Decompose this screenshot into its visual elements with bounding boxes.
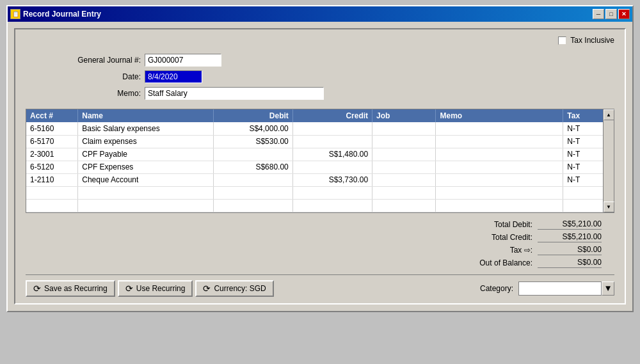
title-bar: 📋 Record Journal Entry ─ □ ✕ bbox=[8, 6, 632, 22]
cell-memo bbox=[436, 173, 563, 186]
category-dropdown-button[interactable]: ▼ bbox=[602, 281, 614, 296]
cell-credit: S$1,480.00 bbox=[292, 148, 372, 161]
cell-debit bbox=[213, 148, 292, 161]
scroll-track bbox=[604, 120, 614, 202]
tax-total-label: Tax ⇨: bbox=[449, 246, 532, 255]
date-row: Date: bbox=[64, 70, 614, 83]
general-journal-input[interactable] bbox=[145, 54, 221, 67]
scroll-up-button[interactable]: ▲ bbox=[604, 109, 614, 120]
memo-input[interactable] bbox=[145, 87, 324, 100]
header-credit: Credit bbox=[292, 109, 372, 122]
cell-name: CPF Expenses bbox=[78, 161, 213, 173]
tax-inclusive-text: Tax Inclusive bbox=[570, 36, 614, 45]
cell-job bbox=[372, 135, 436, 148]
cell-name: Basic Salary expenses bbox=[78, 122, 213, 135]
cell-job bbox=[372, 148, 436, 161]
window-content: Tax Inclusive General Journal #: Date: M… bbox=[8, 22, 632, 311]
total-credit-row: Total Credit: S$5,210.00 bbox=[449, 232, 602, 242]
title-bar-left: 📋 Record Journal Entry bbox=[10, 9, 101, 19]
cell-memo bbox=[436, 135, 563, 148]
totals-section: Total Debit: S$5,210.00 Total Credit: S$… bbox=[26, 219, 614, 268]
cell-job bbox=[372, 161, 436, 173]
use-recurring-icon: ⟳ bbox=[125, 283, 133, 294]
category-input[interactable] bbox=[518, 281, 602, 296]
currency-label: Currency: SGD bbox=[214, 284, 266, 293]
table-main: Acct # Name Debit Credit Job Memo Tax bbox=[26, 109, 603, 212]
total-debit-label: Total Debit: bbox=[449, 220, 532, 229]
header-name: Name bbox=[78, 109, 213, 122]
journal-table-section: Acct # Name Debit Credit Job Memo Tax bbox=[26, 109, 614, 213]
cell-job bbox=[372, 122, 436, 135]
cell-name: Claim expenses bbox=[78, 135, 213, 148]
main-window: 📋 Record Journal Entry ─ □ ✕ Tax Inclusi… bbox=[6, 5, 634, 312]
tax-inclusive-label[interactable]: Tax Inclusive bbox=[558, 36, 614, 45]
table-row[interactable]: 2-3001 CPF Payable S$1,480.00 N-T bbox=[26, 148, 603, 161]
total-credit-label: Total Credit: bbox=[449, 233, 532, 242]
date-label: Date: bbox=[64, 72, 141, 81]
category-label: Category: bbox=[480, 284, 513, 293]
table-row[interactable]: 6-5160 Basic Salary expenses S$4,000.00 … bbox=[26, 122, 603, 135]
total-debit-row: Total Debit: S$5,210.00 bbox=[449, 219, 602, 230]
save-recurring-label: Save as Recurring bbox=[44, 284, 108, 293]
date-input[interactable] bbox=[145, 70, 202, 83]
table-row-empty bbox=[26, 199, 603, 212]
table-row[interactable]: 6-5120 CPF Expenses S$680.00 N-T bbox=[26, 161, 603, 173]
minimize-button[interactable]: ─ bbox=[593, 9, 604, 19]
cell-name: CPF Payable bbox=[78, 148, 213, 161]
out-of-balance-row: Out of Balance: S$0.00 bbox=[449, 258, 602, 268]
table-body: 6-5160 Basic Salary expenses S$4,000.00 … bbox=[26, 122, 603, 212]
header-debit: Debit bbox=[213, 109, 292, 122]
header-memo: Memo bbox=[436, 109, 563, 122]
cell-debit: S$530.00 bbox=[213, 135, 292, 148]
save-recurring-button[interactable]: ⟳ Save as Recurring bbox=[26, 280, 115, 297]
currency-button[interactable]: ⟳ Currency: SGD bbox=[195, 280, 273, 297]
currency-icon: ⟳ bbox=[203, 283, 211, 294]
cell-memo bbox=[436, 148, 563, 161]
title-buttons: ─ □ ✕ bbox=[593, 9, 630, 19]
total-credit-value: S$5,210.00 bbox=[538, 232, 602, 242]
cell-tax: N-T bbox=[563, 135, 603, 148]
window-icon: 📋 bbox=[10, 9, 20, 19]
table-scroll-container: Acct # Name Debit Credit Job Memo Tax bbox=[26, 109, 614, 213]
cell-credit bbox=[292, 161, 372, 173]
scrollbar: ▲ ▼ bbox=[603, 109, 614, 212]
general-journal-label: General Journal #: bbox=[64, 56, 141, 65]
table-row[interactable]: 1-2110 Cheque Account S$3,730.00 N-T bbox=[26, 173, 603, 186]
cell-debit bbox=[213, 173, 292, 186]
out-of-balance-value: S$0.00 bbox=[538, 258, 602, 268]
footer-right: Category: ▼ bbox=[480, 281, 614, 296]
table-row[interactable]: 6-5170 Claim expenses S$530.00 N-T bbox=[26, 135, 603, 148]
total-debit-value: S$5,210.00 bbox=[538, 219, 602, 230]
cell-acct: 6-5120 bbox=[26, 161, 78, 173]
tax-inclusive-checkbox[interactable] bbox=[558, 36, 566, 45]
header-job: Job bbox=[372, 109, 436, 122]
use-recurring-label: Use Recurring bbox=[136, 284, 186, 293]
tax-row-total: Tax ⇨: S$0.00 bbox=[449, 245, 602, 255]
close-button[interactable]: ✕ bbox=[618, 9, 630, 19]
cell-tax: N-T bbox=[563, 148, 603, 161]
cell-credit bbox=[292, 122, 372, 135]
cell-memo bbox=[436, 161, 563, 173]
maximize-button[interactable]: □ bbox=[605, 9, 617, 19]
footer-left: ⟳ Save as Recurring ⟳ Use Recurring ⟳ Cu… bbox=[26, 280, 274, 297]
save-recurring-icon: ⟳ bbox=[33, 283, 41, 294]
cell-tax: N-T bbox=[563, 161, 603, 173]
cell-name: Cheque Account bbox=[78, 173, 213, 186]
header-tax: Tax bbox=[563, 109, 603, 122]
table-row-empty bbox=[26, 186, 603, 199]
cell-credit: S$3,730.00 bbox=[292, 173, 372, 186]
cell-acct: 1-2110 bbox=[26, 173, 78, 186]
header-acct: Acct # bbox=[26, 109, 78, 122]
memo-row: Memo: bbox=[64, 87, 614, 100]
window-title: Record Journal Entry bbox=[23, 10, 101, 19]
table-wrapper: Acct # Name Debit Credit Job Memo Tax bbox=[26, 109, 614, 212]
cell-debit: S$4,000.00 bbox=[213, 122, 292, 135]
use-recurring-button[interactable]: ⟳ Use Recurring bbox=[118, 280, 193, 297]
cell-acct: 6-5170 bbox=[26, 135, 78, 148]
cell-acct: 6-5160 bbox=[26, 122, 78, 135]
footer: ⟳ Save as Recurring ⟳ Use Recurring ⟳ Cu… bbox=[26, 274, 614, 297]
tax-total-value: S$0.00 bbox=[538, 245, 602, 255]
tax-inclusive-row: Tax Inclusive bbox=[26, 36, 614, 45]
cell-acct: 2-3001 bbox=[26, 148, 78, 161]
scroll-down-button[interactable]: ▼ bbox=[604, 202, 614, 212]
